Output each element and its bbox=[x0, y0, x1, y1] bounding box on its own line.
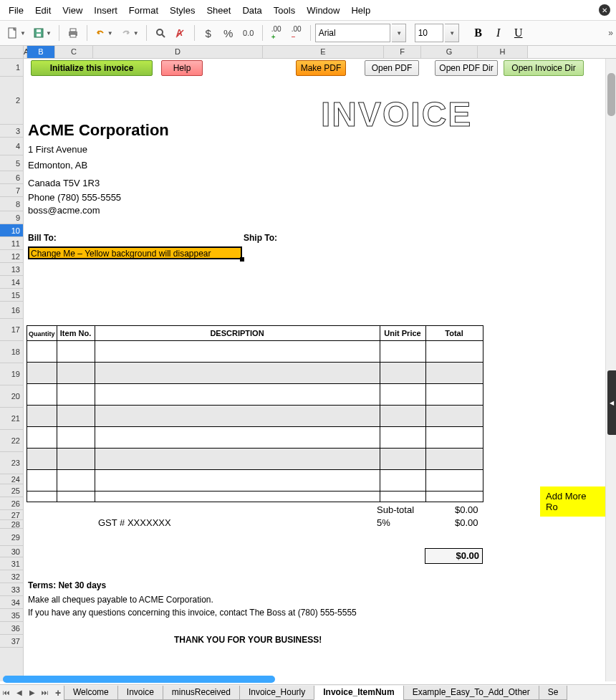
table-row[interactable] bbox=[27, 341, 483, 363]
tab-last-button[interactable]: ⏭ bbox=[39, 686, 52, 700]
help-button[interactable]: Help bbox=[161, 60, 203, 76]
sidebar-toggle[interactable]: ◀ bbox=[607, 370, 616, 435]
address-line1[interactable]: 1 First Avenue bbox=[28, 144, 87, 155]
redo-button[interactable]: ▼ bbox=[117, 24, 142, 42]
open-invoice-dir-button[interactable]: Open Invoice Dir bbox=[504, 60, 584, 76]
tab-prev-button[interactable]: ◀ bbox=[13, 686, 26, 700]
font-name-input[interactable]: Arial bbox=[315, 24, 390, 42]
tab-se[interactable]: Se bbox=[539, 686, 568, 700]
remove-decimal-button[interactable]: .00− bbox=[287, 24, 306, 42]
save-button[interactable]: ▼ bbox=[30, 24, 54, 42]
menu-tools[interactable]: Tools bbox=[268, 2, 301, 19]
col-header-D[interactable]: D bbox=[93, 46, 263, 58]
row-header-15[interactable]: 15 bbox=[0, 289, 23, 302]
row-header-27[interactable]: 27 bbox=[0, 510, 23, 520]
new-doc-button[interactable]: ▼ bbox=[4, 24, 29, 42]
company-name[interactable]: ACME Corporation bbox=[28, 121, 169, 140]
row-header-12[interactable]: 12 bbox=[0, 250, 23, 263]
row-header-18[interactable]: 18 bbox=[0, 341, 23, 363]
italic-button[interactable]: I bbox=[489, 24, 508, 42]
tab-minusreceived[interactable]: minusReceived bbox=[163, 686, 240, 700]
horizontal-scrollbar[interactable] bbox=[3, 676, 607, 684]
row-header-11[interactable]: 11 bbox=[0, 237, 23, 250]
spreadsheet-grid[interactable]: Initialize this invoice Help Make PDF Op… bbox=[24, 59, 605, 681]
tab-first-button[interactable]: ⏮ bbox=[0, 686, 13, 700]
row-header-37[interactable]: 37 bbox=[0, 635, 23, 648]
tab-next-button[interactable]: ▶ bbox=[26, 686, 39, 700]
open-pdf-button[interactable]: Open PDF bbox=[365, 60, 419, 76]
menu-styles[interactable]: Styles bbox=[164, 2, 201, 19]
address-line2[interactable]: Edmonton, AB bbox=[28, 160, 87, 171]
underline-button[interactable]: U bbox=[509, 24, 528, 42]
menu-insert[interactable]: Insert bbox=[88, 2, 123, 19]
col-header-C[interactable]: C bbox=[55, 46, 93, 58]
row-header-26[interactable]: 26 bbox=[0, 497, 23, 510]
toolbar-expand-icon[interactable]: » bbox=[608, 28, 613, 38]
print-button[interactable] bbox=[64, 24, 82, 42]
bold-button[interactable]: B bbox=[469, 24, 488, 42]
currency-button[interactable]: $ bbox=[199, 24, 218, 42]
bill-to-input[interactable]: Change Me – Yellow background will disap… bbox=[28, 246, 242, 259]
menu-data[interactable]: Data bbox=[236, 2, 267, 19]
menu-window[interactable]: Window bbox=[301, 2, 345, 19]
row-header-29[interactable]: 29 bbox=[0, 529, 23, 546]
row-header-7[interactable]: 7 bbox=[0, 184, 23, 197]
col-header-H[interactable]: H bbox=[478, 46, 528, 58]
row-header-36[interactable]: 36 bbox=[0, 622, 23, 635]
row-header-31[interactable]: 31 bbox=[0, 557, 23, 570]
row-header-1[interactable]: 1 bbox=[0, 59, 23, 77]
menu-format[interactable]: Format bbox=[123, 2, 164, 19]
open-pdf-dir-button[interactable]: Open PDF Dir bbox=[435, 60, 498, 76]
row-header-30[interactable]: 30 bbox=[0, 546, 23, 557]
row-header-28[interactable]: 28 bbox=[0, 520, 23, 529]
menu-edit[interactable]: Edit bbox=[29, 2, 57, 19]
row-header-34[interactable]: 34 bbox=[0, 596, 23, 609]
table-row[interactable] bbox=[27, 449, 483, 470]
row-header-10[interactable]: 10 bbox=[0, 224, 23, 237]
row-header-14[interactable]: 14 bbox=[0, 276, 23, 289]
row-header-22[interactable]: 22 bbox=[0, 430, 23, 452]
table-row[interactable] bbox=[27, 363, 483, 384]
menu-view[interactable]: View bbox=[57, 2, 88, 19]
add-more-rows-button[interactable]: Add More Ro bbox=[540, 486, 605, 517]
table-row[interactable] bbox=[27, 427, 483, 449]
clear-format-button[interactable]: A bbox=[171, 24, 190, 42]
row-header-33[interactable]: 33 bbox=[0, 583, 23, 596]
row-header-16[interactable]: 16 bbox=[0, 302, 23, 319]
undo-button[interactable]: ▼ bbox=[92, 24, 116, 42]
row-header-32[interactable]: 32 bbox=[0, 570, 23, 583]
row-header-9[interactable]: 9 bbox=[0, 211, 23, 224]
row-header-20[interactable]: 20 bbox=[0, 385, 23, 408]
col-header-G[interactable]: G bbox=[421, 46, 478, 58]
select-all-corner[interactable] bbox=[0, 46, 24, 58]
menu-file[interactable]: File bbox=[3, 2, 29, 19]
scrollbar-thumb[interactable] bbox=[607, 73, 615, 116]
row-header-13[interactable]: 13 bbox=[0, 263, 23, 276]
font-name-dropdown[interactable]: ▼ bbox=[392, 24, 406, 42]
row-header-25[interactable]: 25 bbox=[0, 484, 23, 497]
add-decimal-button[interactable]: .00+ bbox=[267, 24, 286, 42]
col-header-B[interactable]: B bbox=[27, 46, 55, 58]
close-icon[interactable]: ✕ bbox=[599, 4, 610, 16]
row-header-19[interactable]: 19 bbox=[0, 363, 23, 385]
number-format-button[interactable]: 0.0 bbox=[239, 24, 258, 42]
menu-help[interactable]: Help bbox=[345, 2, 376, 19]
row-header-23[interactable]: 23 bbox=[0, 452, 23, 474]
menu-sheet[interactable]: Sheet bbox=[201, 2, 236, 19]
scrollbar-thumb[interactable] bbox=[3, 676, 275, 683]
selection-handle[interactable] bbox=[240, 257, 244, 262]
tab-welcome[interactable]: Welcome bbox=[64, 686, 118, 700]
row-header-3[interactable]: 3 bbox=[0, 125, 23, 138]
find-button[interactable] bbox=[151, 24, 170, 42]
percent-button[interactable]: % bbox=[219, 24, 238, 42]
address-line3[interactable]: Canada T5V 1R3 bbox=[28, 178, 100, 188]
row-header-2[interactable]: 2 bbox=[0, 77, 23, 125]
table-row[interactable] bbox=[27, 384, 483, 406]
table-row[interactable] bbox=[27, 406, 483, 427]
col-header-F[interactable]: F bbox=[384, 46, 421, 58]
table-row[interactable] bbox=[27, 470, 483, 492]
tab-example-easy[interactable]: Example_Easy_To_Add_Other bbox=[403, 686, 539, 700]
row-header-17[interactable]: 17 bbox=[0, 319, 23, 341]
row-header-6[interactable]: 6 bbox=[0, 171, 23, 184]
email-line[interactable]: boss@acme.com bbox=[28, 205, 100, 216]
